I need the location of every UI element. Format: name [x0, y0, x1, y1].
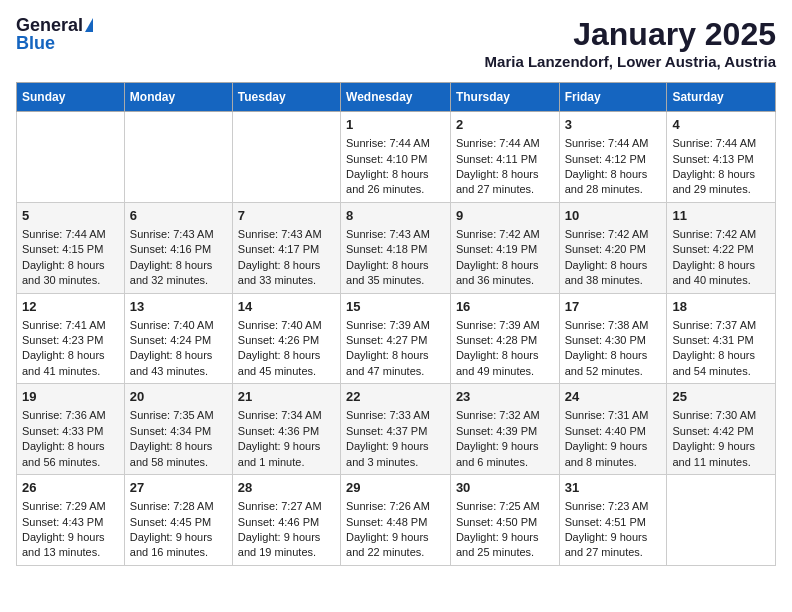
day-number: 3	[565, 116, 662, 134]
day-info: Sunset: 4:20 PM	[565, 242, 662, 257]
calendar-week-row: 26Sunrise: 7:29 AMSunset: 4:43 PMDayligh…	[17, 475, 776, 566]
day-info: Sunrise: 7:36 AM	[22, 408, 119, 423]
table-row: 17Sunrise: 7:38 AMSunset: 4:30 PMDayligh…	[559, 293, 667, 384]
table-row: 18Sunrise: 7:37 AMSunset: 4:31 PMDayligh…	[667, 293, 776, 384]
header-saturday: Saturday	[667, 83, 776, 112]
day-info: Daylight: 8 hours and 40 minutes.	[672, 258, 770, 289]
day-info: Daylight: 9 hours and 11 minutes.	[672, 439, 770, 470]
day-info: Daylight: 8 hours and 45 minutes.	[238, 348, 335, 379]
day-info: Sunrise: 7:35 AM	[130, 408, 227, 423]
day-info: Sunset: 4:30 PM	[565, 333, 662, 348]
logo-blue: Blue	[16, 34, 55, 52]
table-row: 27Sunrise: 7:28 AMSunset: 4:45 PMDayligh…	[124, 475, 232, 566]
logo-general: General	[16, 16, 83, 34]
day-number: 23	[456, 388, 554, 406]
table-row: 12Sunrise: 7:41 AMSunset: 4:23 PMDayligh…	[17, 293, 125, 384]
header-sunday: Sunday	[17, 83, 125, 112]
day-number: 7	[238, 207, 335, 225]
table-row	[667, 475, 776, 566]
day-info: Sunrise: 7:38 AM	[565, 318, 662, 333]
calendar-week-row: 19Sunrise: 7:36 AMSunset: 4:33 PMDayligh…	[17, 384, 776, 475]
day-info: Sunrise: 7:27 AM	[238, 499, 335, 514]
table-row: 24Sunrise: 7:31 AMSunset: 4:40 PMDayligh…	[559, 384, 667, 475]
day-number: 9	[456, 207, 554, 225]
day-info: Sunset: 4:34 PM	[130, 424, 227, 439]
table-row: 29Sunrise: 7:26 AMSunset: 4:48 PMDayligh…	[341, 475, 451, 566]
day-info: Daylight: 9 hours and 1 minute.	[238, 439, 335, 470]
day-info: Daylight: 9 hours and 25 minutes.	[456, 530, 554, 561]
table-row: 21Sunrise: 7:34 AMSunset: 4:36 PMDayligh…	[232, 384, 340, 475]
day-number: 15	[346, 298, 445, 316]
table-row: 9Sunrise: 7:42 AMSunset: 4:19 PMDaylight…	[450, 202, 559, 293]
table-row: 13Sunrise: 7:40 AMSunset: 4:24 PMDayligh…	[124, 293, 232, 384]
day-info: Sunrise: 7:44 AM	[22, 227, 119, 242]
day-info: Daylight: 8 hours and 56 minutes.	[22, 439, 119, 470]
day-info: Sunrise: 7:31 AM	[565, 408, 662, 423]
day-info: Daylight: 8 hours and 33 minutes.	[238, 258, 335, 289]
day-info: Sunrise: 7:42 AM	[456, 227, 554, 242]
day-info: Sunrise: 7:37 AM	[672, 318, 770, 333]
day-number: 8	[346, 207, 445, 225]
day-info: Sunset: 4:11 PM	[456, 152, 554, 167]
header-tuesday: Tuesday	[232, 83, 340, 112]
day-info: Sunset: 4:26 PM	[238, 333, 335, 348]
calendar-week-row: 5Sunrise: 7:44 AMSunset: 4:15 PMDaylight…	[17, 202, 776, 293]
day-number: 17	[565, 298, 662, 316]
day-info: Sunrise: 7:33 AM	[346, 408, 445, 423]
table-row: 14Sunrise: 7:40 AMSunset: 4:26 PMDayligh…	[232, 293, 340, 384]
day-info: Sunrise: 7:39 AM	[346, 318, 445, 333]
day-number: 2	[456, 116, 554, 134]
page-subtitle: Maria Lanzendorf, Lower Austria, Austria	[485, 53, 776, 70]
day-info: Daylight: 8 hours and 26 minutes.	[346, 167, 445, 198]
day-info: Sunset: 4:22 PM	[672, 242, 770, 257]
day-number: 26	[22, 479, 119, 497]
header-friday: Friday	[559, 83, 667, 112]
table-row: 15Sunrise: 7:39 AMSunset: 4:27 PMDayligh…	[341, 293, 451, 384]
day-info: Daylight: 8 hours and 52 minutes.	[565, 348, 662, 379]
day-info: Sunrise: 7:40 AM	[238, 318, 335, 333]
title-area: January 2025 Maria Lanzendorf, Lower Aus…	[485, 16, 776, 70]
table-row: 22Sunrise: 7:33 AMSunset: 4:37 PMDayligh…	[341, 384, 451, 475]
table-row: 1Sunrise: 7:44 AMSunset: 4:10 PMDaylight…	[341, 112, 451, 203]
day-info: Daylight: 8 hours and 54 minutes.	[672, 348, 770, 379]
logo: General Blue	[16, 16, 93, 52]
day-number: 4	[672, 116, 770, 134]
table-row: 23Sunrise: 7:32 AMSunset: 4:39 PMDayligh…	[450, 384, 559, 475]
day-number: 31	[565, 479, 662, 497]
day-info: Daylight: 8 hours and 49 minutes.	[456, 348, 554, 379]
day-number: 20	[130, 388, 227, 406]
day-info: Daylight: 9 hours and 16 minutes.	[130, 530, 227, 561]
day-info: Sunrise: 7:43 AM	[130, 227, 227, 242]
header: General Blue January 2025 Maria Lanzendo…	[16, 16, 776, 70]
day-info: Daylight: 8 hours and 43 minutes.	[130, 348, 227, 379]
day-info: Sunrise: 7:28 AM	[130, 499, 227, 514]
calendar-week-row: 1Sunrise: 7:44 AMSunset: 4:10 PMDaylight…	[17, 112, 776, 203]
table-row: 16Sunrise: 7:39 AMSunset: 4:28 PMDayligh…	[450, 293, 559, 384]
day-info: Sunrise: 7:44 AM	[565, 136, 662, 151]
table-row: 20Sunrise: 7:35 AMSunset: 4:34 PMDayligh…	[124, 384, 232, 475]
table-row	[17, 112, 125, 203]
day-info: Sunrise: 7:44 AM	[346, 136, 445, 151]
table-row: 28Sunrise: 7:27 AMSunset: 4:46 PMDayligh…	[232, 475, 340, 566]
day-info: Daylight: 9 hours and 3 minutes.	[346, 439, 445, 470]
day-number: 21	[238, 388, 335, 406]
day-info: Sunrise: 7:40 AM	[130, 318, 227, 333]
day-info: Sunset: 4:24 PM	[130, 333, 227, 348]
day-info: Sunset: 4:13 PM	[672, 152, 770, 167]
day-info: Sunrise: 7:43 AM	[238, 227, 335, 242]
day-number: 27	[130, 479, 227, 497]
day-info: Sunset: 4:36 PM	[238, 424, 335, 439]
day-number: 5	[22, 207, 119, 225]
day-number: 28	[238, 479, 335, 497]
table-row: 2Sunrise: 7:44 AMSunset: 4:11 PMDaylight…	[450, 112, 559, 203]
day-info: Sunset: 4:10 PM	[346, 152, 445, 167]
day-number: 12	[22, 298, 119, 316]
day-number: 10	[565, 207, 662, 225]
day-number: 19	[22, 388, 119, 406]
table-row: 6Sunrise: 7:43 AMSunset: 4:16 PMDaylight…	[124, 202, 232, 293]
table-row: 4Sunrise: 7:44 AMSunset: 4:13 PMDaylight…	[667, 112, 776, 203]
day-info: Sunset: 4:28 PM	[456, 333, 554, 348]
day-info: Sunrise: 7:39 AM	[456, 318, 554, 333]
table-row: 7Sunrise: 7:43 AMSunset: 4:17 PMDaylight…	[232, 202, 340, 293]
day-info: Daylight: 8 hours and 35 minutes.	[346, 258, 445, 289]
